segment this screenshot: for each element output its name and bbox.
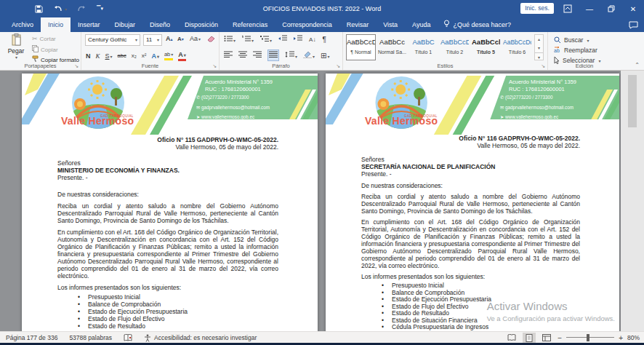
- tab-dibujar[interactable]: Dibujar: [108, 17, 143, 32]
- tab-correspondencia[interactable]: Correspondencia: [275, 17, 339, 32]
- tab-revisar[interactable]: Revisar: [339, 17, 377, 32]
- dialog-launcher-icon[interactable]: ↘: [212, 63, 217, 69]
- bullet-list-button[interactable]: ▾: [224, 35, 236, 44]
- shading-button[interactable]: ▾: [303, 51, 315, 60]
- document-page-2[interactable]: Valle Hermoso GAD PARROQUIAL Acuerdo Min…: [326, 74, 619, 331]
- zoom-level[interactable]: 80%: [627, 334, 640, 341]
- subscript-button[interactable]: x₂: [132, 52, 137, 59]
- minimize-button[interactable]: —: [579, 0, 600, 17]
- replace-button[interactable]: ab Reemplazar: [554, 45, 597, 55]
- justify-button[interactable]: [267, 49, 279, 61]
- highlight-button[interactable]: ab▾: [164, 51, 173, 60]
- tab-inicio[interactable]: Inicio: [41, 17, 71, 32]
- cut-button[interactable]: ✂ Cortar: [32, 35, 56, 42]
- group-portapapeles: Pegar ▾ ✂ Cortar Copiar Copiar formato P…: [0, 32, 81, 70]
- align-right-button[interactable]: [253, 51, 262, 60]
- letter-date: Valle Hermoso, 05 de mayo del 2022.: [57, 143, 278, 151]
- dialog-launcher-icon[interactable]: ↘: [541, 63, 545, 69]
- align-left-button[interactable]: [224, 51, 233, 60]
- style-name: Título 6: [503, 49, 531, 55]
- italic-button[interactable]: K: [96, 52, 100, 60]
- clear-formatting-button[interactable]: [206, 35, 215, 43]
- tab-disposicion[interactable]: Disposición: [177, 17, 225, 32]
- scrollbar-thumb[interactable]: [628, 75, 637, 127]
- sort-label: A↓: [309, 36, 315, 43]
- tell-me-box[interactable]: ¿Qué desea hacer?: [438, 17, 517, 32]
- vertical-scrollbar[interactable]: [621, 71, 644, 331]
- list-intro: Los informes presentados son los siguien…: [361, 273, 580, 280]
- tab-diseno[interactable]: Diseño: [142, 17, 177, 32]
- list-item: Estado de Resultado: [78, 322, 278, 330]
- tab-archivo[interactable]: Archivo: [4, 17, 41, 32]
- underline-button[interactable]: S▾: [105, 52, 113, 60]
- envelope-icon: ✉: [500, 105, 505, 110]
- style-titulo-6[interactable]: AaBbCcDc Título 6: [502, 34, 532, 60]
- styles-scroll-up-icon[interactable]: ▴: [535, 35, 543, 44]
- chevron-down-icon: ▾: [157, 35, 159, 45]
- multilevel-list-button[interactable]: ▾: [260, 35, 272, 44]
- letterhead: Valle Hermoso GAD PARROQUIAL Acuerdo Min…: [326, 74, 619, 135]
- copy-button[interactable]: Copiar: [32, 45, 58, 54]
- sign-in-button[interactable]: Inic. ses.: [520, 3, 554, 14]
- print-layout-view-icon[interactable]: [523, 333, 536, 343]
- close-button[interactable]: ✕: [622, 0, 644, 17]
- ribbon-display-options-icon[interactable]: [557, 0, 579, 17]
- feedback-comment-icon[interactable]: [629, 17, 638, 32]
- style-titulo-1[interactable]: AaBbC Título 1: [408, 34, 438, 60]
- page-indicator[interactable]: Página 177 de 336: [6, 334, 57, 341]
- oficio-number: Oficio N° 116 GADPRVH-O-WMC-05-2022.: [361, 135, 580, 142]
- style-normal[interactable]: AaBbCcD ¶ Normal: [346, 34, 376, 60]
- presente-line: Presente. -: [57, 174, 278, 181]
- font-color-button[interactable]: A▾: [178, 51, 186, 61]
- dialog-launcher-icon[interactable]: ↘: [336, 63, 340, 69]
- zoom-out-button[interactable]: −: [558, 334, 562, 342]
- style-normal-sa[interactable]: AaBbCc Normal Sa...: [377, 34, 407, 60]
- style-titulo-5[interactable]: AaBbCcl Título 5: [471, 34, 501, 60]
- proofing-icon[interactable]: [124, 334, 132, 342]
- zoom-slider[interactable]: [566, 333, 614, 342]
- accessibility-status[interactable]: Accesibilidad: es necesario investigar: [144, 334, 257, 342]
- document-page-1[interactable]: Valle Hermoso GAD PARROQUIAL Acuerdo Min…: [22, 74, 318, 331]
- logo-gad-parroquial: GAD PARROQUIAL: [100, 114, 134, 118]
- zoom-in-button[interactable]: +: [619, 334, 623, 342]
- letterhead-email: ✉ gadprvallehermoso@hotmail.com: [196, 105, 270, 110]
- strikethrough-button[interactable]: abc: [118, 52, 126, 59]
- font-size-combo[interactable]: 11▾: [143, 34, 162, 46]
- superscript-button[interactable]: x²: [142, 52, 147, 59]
- style-titulo-2[interactable]: AaBbCcD Título 2: [440, 34, 470, 60]
- line-spacing-button[interactable]: ▾: [285, 51, 297, 60]
- font-color-label: A: [178, 51, 183, 58]
- increase-indent-button[interactable]: [294, 35, 302, 44]
- tab-vista[interactable]: Vista: [376, 17, 405, 32]
- status-bar: Página 177 de 336 53788 palabras Accesib…: [0, 331, 644, 343]
- styles-scroll-down-icon[interactable]: ▾: [535, 44, 543, 52]
- find-button[interactable]: Buscar▾: [554, 35, 589, 45]
- zoom-slider-thumb[interactable]: [587, 334, 589, 341]
- shrink-font-button[interactable]: A▾: [177, 36, 184, 42]
- sort-button[interactable]: A↓: [309, 36, 315, 43]
- tab-insertar[interactable]: Insertar: [71, 17, 108, 32]
- collapse-ribbon-icon[interactable]: ⌃: [635, 62, 640, 68]
- tab-referencias[interactable]: Referencias: [225, 17, 275, 32]
- word-count[interactable]: 53788 palabras: [69, 334, 112, 341]
- read-mode-view-icon[interactable]: [505, 333, 518, 343]
- paragraph-row1: ▾ ▾ ▾ A↓ ¶: [224, 35, 326, 44]
- styles-gallery-more-icon[interactable]: ▾: [535, 52, 543, 62]
- web-layout-view-icon[interactable]: [540, 333, 553, 343]
- dialog-launcher-icon[interactable]: ↘: [74, 63, 79, 69]
- borders-button[interactable]: ⊞▾: [321, 52, 329, 60]
- decrease-indent-button[interactable]: [278, 35, 287, 44]
- font-family-combo[interactable]: Century Gothic▾: [85, 34, 140, 46]
- numbered-list-button[interactable]: ▾: [242, 35, 254, 44]
- bold-button[interactable]: N: [86, 52, 91, 60]
- grow-font-button[interactable]: A▴: [166, 35, 173, 42]
- paste-button[interactable]: Pegar ▾: [3, 33, 29, 61]
- pilcrow-button[interactable]: ¶: [322, 36, 326, 44]
- replace-label: Reemplazar: [564, 47, 597, 54]
- style-name: Título 5: [472, 49, 500, 55]
- change-case-button[interactable]: Aa▾: [190, 35, 201, 42]
- align-center-button[interactable]: [238, 51, 247, 60]
- text-effects-button[interactable]: A▾: [151, 52, 159, 60]
- tab-ayuda[interactable]: Ayuda: [405, 17, 438, 32]
- restore-button[interactable]: [600, 0, 622, 17]
